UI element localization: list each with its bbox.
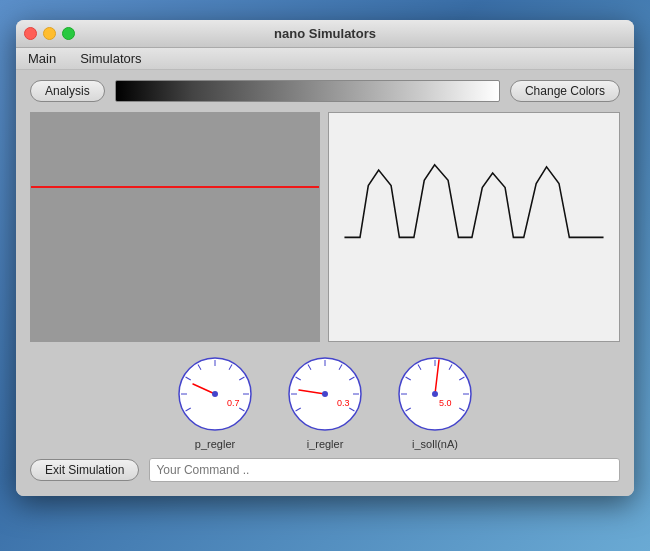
- gauge-i-soll-svg: 5.0: [395, 354, 475, 434]
- close-button[interactable]: [24, 27, 37, 40]
- gauge-p-regler-label: p_regler: [195, 438, 235, 450]
- gauge-p-regler-svg: 0.7: [175, 354, 255, 434]
- exit-simulation-button[interactable]: Exit Simulation: [30, 459, 139, 481]
- waveform-graph: [329, 113, 619, 341]
- stm-image-panel: [30, 112, 320, 342]
- gauge-i-soll: 5.0 i_soll(nA): [395, 354, 475, 450]
- gauge-i-regler: 0.3 i_regler: [285, 354, 365, 450]
- menu-bar: Main Simulators: [16, 48, 634, 70]
- graph-panel: [328, 112, 620, 342]
- gauge-i-regler-svg: 0.3: [285, 354, 365, 434]
- scan-line: [31, 186, 319, 188]
- content-area: Analysis Change Colors: [16, 70, 634, 496]
- svg-point-24: [322, 391, 328, 397]
- gauges-row: 0.7 p_regler: [30, 354, 620, 450]
- menu-item-simulators[interactable]: Simulators: [76, 49, 145, 68]
- stm-surface: [31, 113, 319, 341]
- main-window: nano Simulators Main Simulators Analysis…: [16, 20, 634, 496]
- panels: [30, 112, 620, 342]
- bottom-bar: Exit Simulation: [30, 458, 620, 482]
- svg-text:0.3: 0.3: [337, 398, 350, 408]
- svg-text:5.0: 5.0: [439, 398, 452, 408]
- command-input[interactable]: [149, 458, 620, 482]
- color-gradient-bar: [115, 80, 500, 102]
- maximize-button[interactable]: [62, 27, 75, 40]
- svg-text:0.7: 0.7: [227, 398, 240, 408]
- analysis-button[interactable]: Analysis: [30, 80, 105, 102]
- gauge-i-soll-label: i_soll(nA): [412, 438, 458, 450]
- toolbar: Analysis Change Colors: [30, 80, 620, 102]
- svg-point-11: [212, 391, 218, 397]
- title-bar: nano Simulators: [16, 20, 634, 48]
- traffic-lights: [24, 27, 75, 40]
- menu-item-main[interactable]: Main: [24, 49, 60, 68]
- change-colors-button[interactable]: Change Colors: [510, 80, 620, 102]
- gauge-i-regler-label: i_regler: [307, 438, 344, 450]
- minimize-button[interactable]: [43, 27, 56, 40]
- gauge-p-regler: 0.7 p_regler: [175, 354, 255, 450]
- window-title: nano Simulators: [274, 26, 376, 41]
- svg-point-37: [432, 391, 438, 397]
